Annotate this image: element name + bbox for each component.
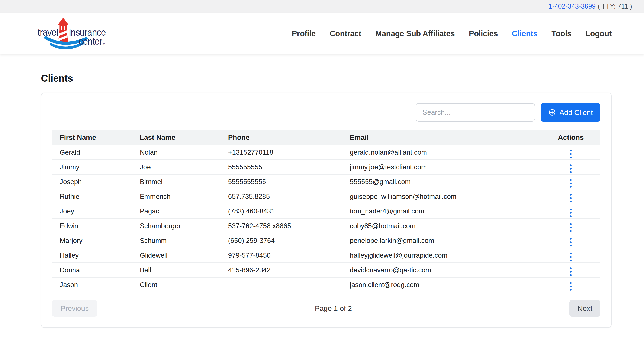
table-row: Gerald Nolan +13152770118 gerald.nolan@a… [52, 145, 600, 160]
add-client-button[interactable]: Add Client [540, 103, 600, 122]
cell-last-name: Schamberger [132, 218, 220, 233]
cell-first-name: Joey [52, 204, 132, 218]
table-row: Ruthie Emmerich 657.735.8285 guiseppe_wi… [52, 189, 600, 204]
cell-last-name: Client [132, 278, 220, 292]
table-row: Halley Glidewell 979-577-8450 halleyjgli… [52, 248, 600, 263]
plus-circle-icon [548, 108, 556, 116]
col-header-first-name: First Name [52, 130, 132, 145]
row-actions-menu-icon[interactable] [567, 178, 575, 189]
cell-last-name: Bell [132, 263, 220, 278]
page-title: Clients [41, 72, 612, 84]
cell-first-name: Edwin [52, 218, 132, 233]
logo-link[interactable]: travel insurance center ® [36, 17, 108, 50]
cell-last-name: Pagac [132, 204, 220, 218]
tty-label: ( TTY: 711 ) [598, 2, 632, 10]
cell-phone: 979-577-8450 [220, 248, 342, 263]
top-utility-bar: 1-402-343-3699 ( TTY: 711 ) [0, 0, 644, 13]
row-actions-menu-icon[interactable] [567, 222, 575, 233]
cell-phone [220, 278, 342, 292]
table-row: Jimmy Joe 555555555 jimmy.joe@testclient… [52, 160, 600, 174]
cell-email: jason.client@rodg.com [342, 278, 542, 292]
cell-first-name: Donna [52, 263, 132, 278]
row-actions-menu-icon[interactable] [567, 163, 575, 174]
cell-last-name: Schumm [132, 233, 220, 248]
table-header-row: First Name Last Name Phone Email Actions [52, 130, 600, 145]
svg-text:travel: travel [38, 27, 58, 38]
main-content: Clients Add Client [0, 72, 644, 328]
next-page-button[interactable]: Next [569, 300, 600, 317]
cell-last-name: Nolan [132, 145, 220, 160]
nav-item-tools[interactable]: Tools [552, 29, 571, 38]
clients-page: 1-402-343-3699 ( TTY: 711 ) [0, 0, 644, 348]
svg-text:center: center [79, 36, 102, 46]
col-header-phone: Phone [220, 130, 342, 145]
cell-last-name: Glidewell [132, 248, 220, 263]
cell-first-name: Jason [52, 278, 132, 292]
previous-page-button[interactable]: Previous [52, 300, 97, 317]
cell-first-name: Joseph [52, 174, 132, 189]
cell-email: guiseppe_williamson@hotmail.com [342, 189, 542, 204]
row-actions-menu-icon[interactable] [567, 266, 575, 277]
row-actions-menu-icon[interactable] [567, 252, 575, 262]
col-header-email: Email [342, 130, 542, 145]
nav-item-profile[interactable]: Profile [292, 29, 316, 38]
cell-first-name: Gerald [52, 145, 132, 160]
row-actions-menu-icon[interactable] [567, 281, 575, 292]
cell-email: gerald.nolan@alliant.com [342, 145, 542, 160]
table-row: Edwin Schamberger 537-762-4758 x8865 cob… [52, 218, 600, 233]
cell-email: penelope.larkin@gmail.com [342, 233, 542, 248]
nav-item-contract[interactable]: Contract [330, 29, 361, 38]
cell-phone: (650) 259-3764 [220, 233, 342, 248]
table-row: Jason Client jason.client@rodg.com [52, 278, 600, 292]
row-actions-menu-icon[interactable] [567, 148, 575, 160]
cell-phone: +13152770118 [220, 145, 342, 160]
cell-email: jimmy.joe@testclient.com [342, 160, 542, 174]
table-row: Joey Pagac (783) 460-8431 tom_nader4@gma… [52, 204, 600, 218]
cell-phone: (783) 460-8431 [220, 204, 342, 218]
phone-link[interactable]: 1-402-343-3699 [549, 2, 596, 10]
cell-email: coby85@hotmail.com [342, 218, 542, 233]
pagination: Previous Page 1 of 2 Next [52, 300, 600, 317]
table-row: Marjory Schumm (650) 259-3764 penelope.l… [52, 233, 600, 248]
cell-first-name: Ruthie [52, 189, 132, 204]
svg-text:®: ® [103, 42, 105, 46]
travel-insurance-center-logo: travel insurance center ® [36, 17, 108, 50]
nav-item-manage-sub-affiliates[interactable]: Manage Sub Affiliates [375, 29, 455, 38]
cell-last-name: Joe [132, 160, 220, 174]
add-client-label: Add Client [559, 108, 593, 117]
nav-item-policies[interactable]: Policies [469, 29, 498, 38]
row-actions-menu-icon[interactable] [567, 207, 575, 218]
cell-email: 555555@gmail.com [342, 174, 542, 189]
search-input[interactable] [416, 103, 535, 122]
cell-phone: 5555555555 [220, 174, 342, 189]
row-actions-menu-icon[interactable] [567, 192, 575, 204]
row-actions-menu-icon[interactable] [567, 237, 575, 248]
cell-phone: 537-762-4758 x8865 [220, 218, 342, 233]
cell-last-name: Emmerich [132, 189, 220, 204]
cell-first-name: Jimmy [52, 160, 132, 174]
cell-phone: 657.735.8285 [220, 189, 342, 204]
clients-toolbar: Add Client [52, 103, 600, 122]
page-status: Page 1 of 2 [315, 304, 352, 312]
nav-item-clients[interactable]: Clients [512, 29, 538, 38]
cell-email: halleyjglidewell@jourrapide.com [342, 248, 542, 263]
cell-first-name: Halley [52, 248, 132, 263]
clients-card: Add Client First Name Last Name Phone Em… [41, 92, 612, 328]
cell-email: davidcnavarro@qa-tic.com [342, 263, 542, 278]
site-header: travel insurance center ® Profile Contra… [0, 13, 644, 54]
table-row: Donna Bell 415-896-2342 davidcnavarro@qa… [52, 263, 600, 278]
cell-phone: 555555555 [220, 160, 342, 174]
col-header-actions: Actions [541, 130, 600, 145]
cell-last-name: Bimmel [132, 174, 220, 189]
clients-table: First Name Last Name Phone Email Actions… [52, 130, 600, 292]
nav-item-logout[interactable]: Logout [586, 29, 612, 38]
cell-email: tom_nader4@gmail.com [342, 204, 542, 218]
main-nav: Profile Contract Manage Sub Affiliates P… [292, 29, 612, 38]
table-row: Joseph Bimmel 5555555555 555555@gmail.co… [52, 174, 600, 189]
col-header-last-name: Last Name [132, 130, 220, 145]
cell-first-name: Marjory [52, 233, 132, 248]
cell-phone: 415-896-2342 [220, 263, 342, 278]
